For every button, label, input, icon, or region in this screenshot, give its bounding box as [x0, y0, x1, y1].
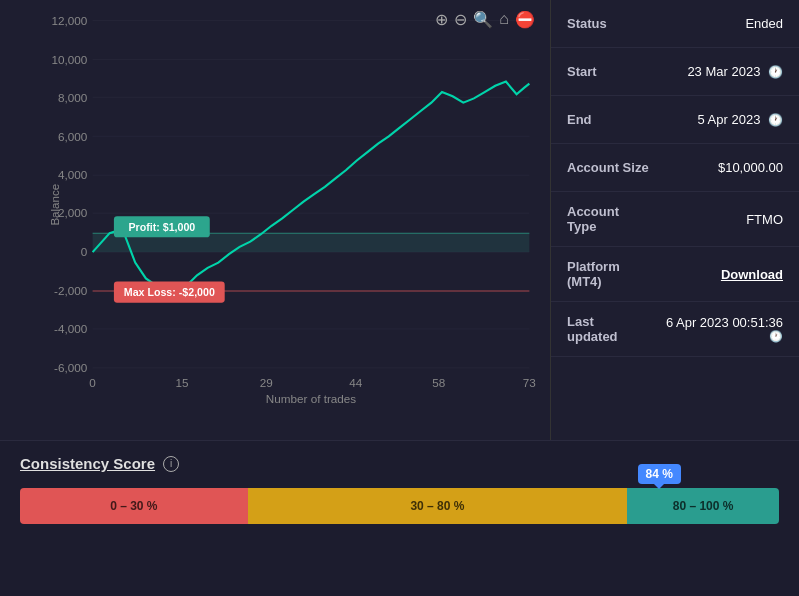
svg-text:2,000: 2,000 [58, 206, 88, 219]
status-value: Ended [745, 16, 783, 31]
svg-text:0: 0 [81, 245, 88, 258]
bar-segment-red: 0 – 30 % [20, 488, 248, 524]
status-row: Status Ended [551, 0, 799, 48]
chart-toolbar: ⊕ ⊖ 🔍 ⌂ ⛔ [435, 10, 535, 29]
score-bar-container: 84 % 0 – 30 % 30 – 80 % 80 – 100 % [20, 488, 779, 524]
svg-text:6,000: 6,000 [58, 130, 88, 143]
zoom-in-icon[interactable]: ⊕ [435, 10, 448, 29]
settings-icon[interactable]: ⛔ [515, 10, 535, 29]
svg-text:58: 58 [432, 376, 445, 389]
svg-text:-2,000: -2,000 [54, 284, 88, 297]
bottom-section: Consistency Score i 84 % 0 – 30 % 30 – 8… [0, 440, 799, 596]
last-updated-row: Lastupdated 6 Apr 2023 00:51:36 🕐 [551, 302, 799, 357]
svg-text:15: 15 [176, 376, 189, 389]
main-container: ⊕ ⊖ 🔍 ⌂ ⛔ .grid { stroke: #2a2a3e; strok… [0, 0, 799, 596]
top-section: ⊕ ⊖ 🔍 ⌂ ⛔ .grid { stroke: #2a2a3e; strok… [0, 0, 799, 440]
chart-svg: .grid { stroke: #2a2a3e; stroke-width: 0… [50, 10, 540, 410]
account-size-label: Account Size [567, 160, 649, 175]
end-clock-icon: 🕐 [768, 113, 783, 127]
consistency-title: Consistency Score [20, 455, 155, 472]
home-icon[interactable]: ⌂ [499, 10, 509, 29]
svg-text:73: 73 [523, 376, 536, 389]
bar-segment-yellow: 30 – 80 % [248, 488, 628, 524]
account-size-row: Account Size $10,000.00 [551, 144, 799, 192]
end-value: 5 Apr 2023 🕐 [697, 112, 783, 127]
svg-text:Number of trades: Number of trades [266, 392, 357, 405]
download-link[interactable]: Download [721, 267, 783, 282]
last-updated-value: 6 Apr 2023 00:51:36 🕐 [666, 315, 783, 343]
last-updated-label: Lastupdated [567, 314, 618, 344]
platform-row: Platform(MT4) Download [551, 247, 799, 302]
start-label: Start [567, 64, 597, 79]
score-indicator: 84 % [638, 464, 681, 484]
end-row: End 5 Apr 2023 🕐 [551, 96, 799, 144]
svg-text:-6,000: -6,000 [54, 361, 88, 374]
svg-text:0: 0 [89, 376, 96, 389]
svg-text:4,000: 4,000 [58, 169, 88, 182]
last-updated-clock-icon: 🕐 [666, 330, 783, 343]
svg-text:Max Loss: -$2,000: Max Loss: -$2,000 [124, 286, 215, 298]
start-row: Start 23 Mar 2023 🕐 [551, 48, 799, 96]
svg-text:29: 29 [260, 376, 273, 389]
account-type-row: AccountType FTMO [551, 192, 799, 247]
svg-text:-4,000: -4,000 [54, 322, 88, 335]
svg-text:Profit: $1,000: Profit: $1,000 [128, 221, 195, 233]
start-value: 23 Mar 2023 🕐 [687, 64, 783, 79]
consistency-info-icon[interactable]: i [163, 456, 179, 472]
svg-text:10,000: 10,000 [52, 53, 88, 66]
svg-text:44: 44 [349, 376, 363, 389]
bar-segment-teal: 80 – 100 % [627, 488, 779, 524]
svg-text:8,000: 8,000 [58, 91, 88, 104]
status-label: Status [567, 16, 607, 31]
bar-track: 0 – 30 % 30 – 80 % 80 – 100 % [20, 488, 779, 524]
account-size-value: $10,000.00 [718, 160, 783, 175]
svg-text:12,000: 12,000 [52, 14, 88, 27]
info-panel: Status Ended Start 23 Mar 2023 🕐 End 5 A… [551, 0, 799, 440]
zoom-out-icon[interactable]: ⊖ [454, 10, 467, 29]
end-label: End [567, 112, 592, 127]
platform-label: Platform(MT4) [567, 259, 620, 289]
reset-zoom-icon[interactable]: 🔍 [473, 10, 493, 29]
account-type-label: AccountType [567, 204, 619, 234]
chart-area: ⊕ ⊖ 🔍 ⌂ ⛔ .grid { stroke: #2a2a3e; strok… [0, 0, 551, 440]
account-type-value: FTMO [746, 212, 783, 227]
start-clock-icon: 🕐 [768, 65, 783, 79]
svg-text:Balance: Balance [50, 184, 61, 226]
